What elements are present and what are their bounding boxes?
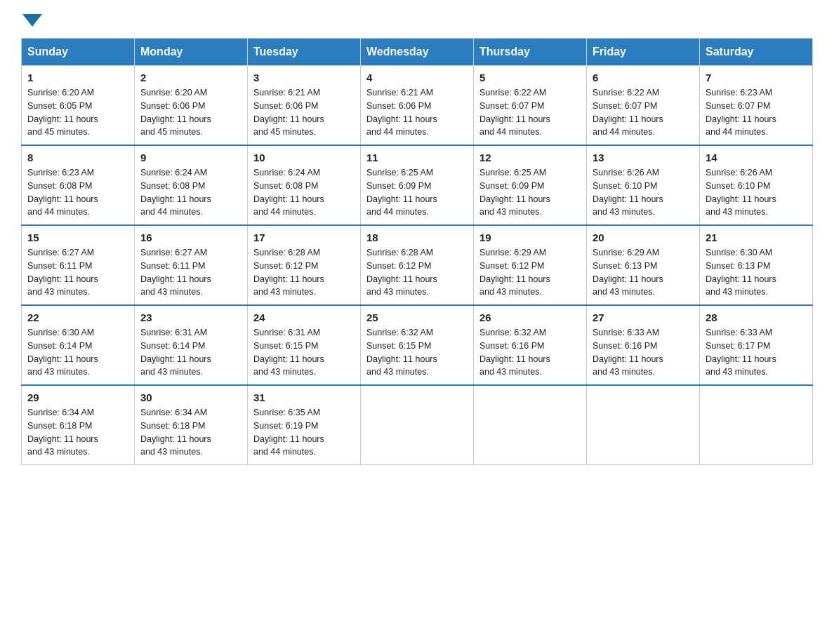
calendar-cell: 29Sunrise: 6:34 AMSunset: 6:18 PMDayligh… <box>22 385 135 465</box>
day-number: 19 <box>479 232 581 243</box>
calendar-cell <box>361 385 474 465</box>
day-number: 14 <box>706 152 807 163</box>
day-info: Sunrise: 6:25 AMSunset: 6:09 PMDaylight:… <box>366 166 468 219</box>
day-number: 18 <box>366 232 468 243</box>
day-header-monday: Monday <box>135 39 248 66</box>
logo <box>21 14 42 24</box>
day-info: Sunrise: 6:30 AMSunset: 6:13 PMDaylight:… <box>706 246 807 299</box>
calendar-cell: 1Sunrise: 6:20 AMSunset: 6:05 PMDaylight… <box>22 66 135 146</box>
day-number: 3 <box>253 72 355 83</box>
calendar-cell: 21Sunrise: 6:30 AMSunset: 6:13 PMDayligh… <box>700 225 813 305</box>
day-info: Sunrise: 6:30 AMSunset: 6:14 PMDaylight:… <box>27 326 128 379</box>
calendar-cell: 12Sunrise: 6:25 AMSunset: 6:09 PMDayligh… <box>474 145 587 225</box>
day-number: 30 <box>140 391 241 403</box>
calendar-cell: 16Sunrise: 6:27 AMSunset: 6:11 PMDayligh… <box>135 225 248 305</box>
calendar-cell: 13Sunrise: 6:26 AMSunset: 6:10 PMDayligh… <box>587 145 700 225</box>
day-number: 13 <box>593 152 694 163</box>
day-number: 17 <box>253 232 355 243</box>
day-info: Sunrise: 6:21 AMSunset: 6:06 PMDaylight:… <box>366 86 468 139</box>
calendar-table: SundayMondayTuesdayWednesdayThursdayFrid… <box>21 38 813 465</box>
calendar-cell: 19Sunrise: 6:29 AMSunset: 6:12 PMDayligh… <box>474 225 587 305</box>
calendar-cell: 10Sunrise: 6:24 AMSunset: 6:08 PMDayligh… <box>248 145 361 225</box>
day-number: 28 <box>706 311 807 323</box>
day-info: Sunrise: 6:32 AMSunset: 6:15 PMDaylight:… <box>366 326 468 379</box>
day-number: 6 <box>593 72 694 83</box>
day-info: Sunrise: 6:24 AMSunset: 6:08 PMDaylight:… <box>140 166 241 219</box>
day-number: 31 <box>253 391 355 403</box>
day-info: Sunrise: 6:24 AMSunset: 6:08 PMDaylight:… <box>253 166 355 219</box>
day-number: 23 <box>140 311 241 323</box>
calendar-week-row: 15Sunrise: 6:27 AMSunset: 6:11 PMDayligh… <box>22 225 813 305</box>
day-info: Sunrise: 6:26 AMSunset: 6:10 PMDaylight:… <box>593 166 694 219</box>
day-number: 8 <box>27 152 128 163</box>
day-info: Sunrise: 6:34 AMSunset: 6:18 PMDaylight:… <box>140 406 241 459</box>
day-header-wednesday: Wednesday <box>361 39 474 66</box>
day-number: 16 <box>140 232 241 243</box>
calendar-cell: 4Sunrise: 6:21 AMSunset: 6:06 PMDaylight… <box>361 66 474 146</box>
day-info: Sunrise: 6:32 AMSunset: 6:16 PMDaylight:… <box>479 326 581 379</box>
day-header-thursday: Thursday <box>474 39 587 66</box>
day-info: Sunrise: 6:35 AMSunset: 6:19 PMDaylight:… <box>253 406 355 459</box>
calendar-cell <box>587 385 700 465</box>
day-header-tuesday: Tuesday <box>248 39 361 66</box>
day-number: 2 <box>140 72 241 83</box>
calendar-cell: 9Sunrise: 6:24 AMSunset: 6:08 PMDaylight… <box>135 145 248 225</box>
day-number: 24 <box>253 311 355 323</box>
day-info: Sunrise: 6:23 AMSunset: 6:08 PMDaylight:… <box>27 166 128 219</box>
calendar-header-row: SundayMondayTuesdayWednesdayThursdayFrid… <box>22 39 813 66</box>
day-number: 27 <box>593 311 694 323</box>
calendar-week-row: 29Sunrise: 6:34 AMSunset: 6:18 PMDayligh… <box>22 385 813 465</box>
day-info: Sunrise: 6:20 AMSunset: 6:05 PMDaylight:… <box>27 86 128 139</box>
day-info: Sunrise: 6:28 AMSunset: 6:12 PMDaylight:… <box>253 246 355 299</box>
day-header-saturday: Saturday <box>700 39 813 66</box>
calendar-cell: 27Sunrise: 6:33 AMSunset: 6:16 PMDayligh… <box>587 305 700 385</box>
calendar-cell: 30Sunrise: 6:34 AMSunset: 6:18 PMDayligh… <box>135 385 248 465</box>
day-info: Sunrise: 6:22 AMSunset: 6:07 PMDaylight:… <box>479 86 581 139</box>
day-info: Sunrise: 6:33 AMSunset: 6:17 PMDaylight:… <box>706 326 807 379</box>
calendar-cell <box>700 385 813 465</box>
calendar-week-row: 22Sunrise: 6:30 AMSunset: 6:14 PMDayligh… <box>22 305 813 385</box>
day-info: Sunrise: 6:22 AMSunset: 6:07 PMDaylight:… <box>593 86 694 139</box>
calendar-cell: 5Sunrise: 6:22 AMSunset: 6:07 PMDaylight… <box>474 66 587 146</box>
day-info: Sunrise: 6:29 AMSunset: 6:12 PMDaylight:… <box>479 246 581 299</box>
day-number: 1 <box>27 72 128 83</box>
logo-triangle-icon <box>22 14 42 27</box>
day-number: 15 <box>27 232 128 243</box>
day-number: 25 <box>366 311 468 323</box>
calendar-cell: 7Sunrise: 6:23 AMSunset: 6:07 PMDaylight… <box>700 66 813 146</box>
day-info: Sunrise: 6:23 AMSunset: 6:07 PMDaylight:… <box>706 86 807 139</box>
day-number: 21 <box>706 232 807 243</box>
day-number: 5 <box>479 72 581 83</box>
day-info: Sunrise: 6:29 AMSunset: 6:13 PMDaylight:… <box>593 246 694 299</box>
day-number: 9 <box>140 152 241 163</box>
page-header <box>21 14 813 24</box>
calendar-cell <box>474 385 587 465</box>
calendar-cell: 6Sunrise: 6:22 AMSunset: 6:07 PMDaylight… <box>587 66 700 146</box>
calendar-cell: 3Sunrise: 6:21 AMSunset: 6:06 PMDaylight… <box>248 66 361 146</box>
day-info: Sunrise: 6:34 AMSunset: 6:18 PMDaylight:… <box>27 406 128 459</box>
day-info: Sunrise: 6:25 AMSunset: 6:09 PMDaylight:… <box>479 166 581 219</box>
day-number: 11 <box>366 152 468 163</box>
calendar-cell: 22Sunrise: 6:30 AMSunset: 6:14 PMDayligh… <box>22 305 135 385</box>
calendar-week-row: 1Sunrise: 6:20 AMSunset: 6:05 PMDaylight… <box>22 66 813 146</box>
day-header-friday: Friday <box>587 39 700 66</box>
day-header-sunday: Sunday <box>22 39 135 66</box>
day-number: 29 <box>27 391 128 403</box>
day-info: Sunrise: 6:20 AMSunset: 6:06 PMDaylight:… <box>140 86 241 139</box>
calendar-cell: 15Sunrise: 6:27 AMSunset: 6:11 PMDayligh… <box>22 225 135 305</box>
day-info: Sunrise: 6:26 AMSunset: 6:10 PMDaylight:… <box>706 166 807 219</box>
logo-text <box>21 14 42 24</box>
day-info: Sunrise: 6:27 AMSunset: 6:11 PMDaylight:… <box>140 246 241 299</box>
day-number: 4 <box>366 72 468 83</box>
day-number: 22 <box>27 311 128 323</box>
calendar-cell: 23Sunrise: 6:31 AMSunset: 6:14 PMDayligh… <box>135 305 248 385</box>
day-info: Sunrise: 6:21 AMSunset: 6:06 PMDaylight:… <box>253 86 355 139</box>
day-info: Sunrise: 6:31 AMSunset: 6:15 PMDaylight:… <box>253 326 355 379</box>
day-info: Sunrise: 6:28 AMSunset: 6:12 PMDaylight:… <box>366 246 468 299</box>
day-info: Sunrise: 6:33 AMSunset: 6:16 PMDaylight:… <box>593 326 694 379</box>
calendar-cell: 25Sunrise: 6:32 AMSunset: 6:15 PMDayligh… <box>361 305 474 385</box>
day-number: 20 <box>593 232 694 243</box>
calendar-cell: 14Sunrise: 6:26 AMSunset: 6:10 PMDayligh… <box>700 145 813 225</box>
calendar-cell: 24Sunrise: 6:31 AMSunset: 6:15 PMDayligh… <box>248 305 361 385</box>
calendar-cell: 20Sunrise: 6:29 AMSunset: 6:13 PMDayligh… <box>587 225 700 305</box>
